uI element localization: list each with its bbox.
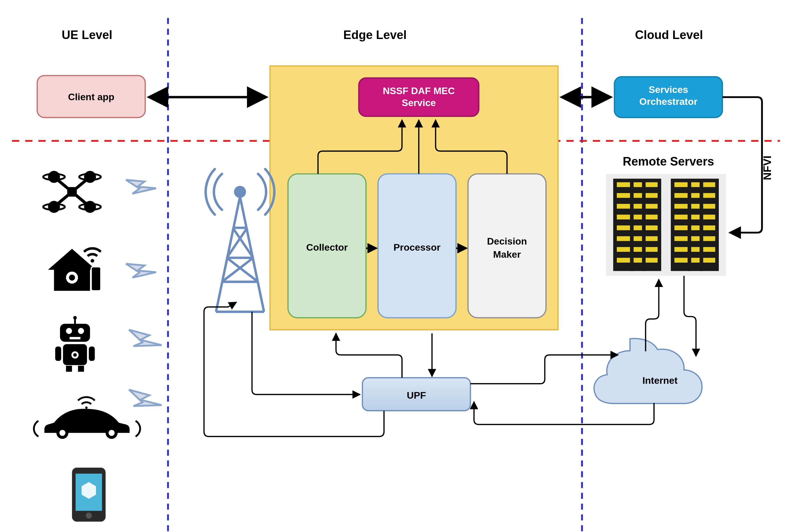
svg-rect-18 [617, 236, 658, 241]
svg-point-71 [86, 513, 92, 519]
svg-rect-15 [617, 204, 658, 209]
svg-rect-31 [687, 181, 691, 271]
orchestrator-label-1: Services [649, 84, 688, 95]
svg-rect-24 [675, 214, 715, 220]
server-rack-icon [606, 174, 726, 276]
svg-rect-60 [66, 366, 72, 372]
svg-rect-26 [675, 236, 715, 241]
drone-icon [43, 171, 101, 213]
svg-point-63 [73, 316, 77, 320]
remote-servers-title: Remote Servers [623, 155, 714, 168]
nssf-service-label-1: NSSF DAF MEC [383, 86, 455, 96]
svg-rect-16 [617, 214, 658, 220]
svg-rect-22 [675, 193, 715, 198]
services-orchestrator-node: Services Orchestrator Services Orchestra… [614, 77, 722, 117]
arrow-orchestrator-servers [722, 97, 762, 233]
wireless-signal-icon [123, 325, 163, 358]
wireless-signal-icon [122, 260, 157, 285]
internet-label: Internet [642, 375, 678, 386]
svg-rect-49 [91, 267, 101, 291]
svg-rect-19 [617, 247, 658, 252]
svg-rect-13 [617, 183, 658, 187]
svg-rect-11 [613, 179, 661, 271]
edge-level-title: Edge Level [343, 28, 407, 41]
svg-rect-29 [630, 181, 634, 271]
architecture-diagram: UE Level Edge Level Cloud Level Client a… [0, 0, 792, 532]
wireless-signal-icon [122, 175, 157, 201]
processor-label: Processor [393, 242, 440, 252]
ue-level-title: UE Level [62, 28, 112, 41]
ue-devices [34, 171, 163, 522]
svg-rect-17 [617, 226, 658, 230]
svg-point-68 [109, 430, 115, 436]
wireless-signal-icon [123, 385, 163, 418]
collector-label: Collector [306, 242, 348, 252]
svg-point-64 [85, 406, 88, 409]
svg-rect-23 [675, 204, 715, 209]
smartphone-icon [72, 468, 106, 521]
svg-rect-61 [78, 366, 84, 372]
arrow-upf-edge-up [336, 333, 402, 378]
arrow-upf-internet [471, 355, 618, 384]
client-app-label: Client app [68, 91, 114, 102]
robot-icon [55, 316, 95, 372]
arrow-internet-upf [474, 402, 654, 424]
svg-point-48 [69, 274, 75, 281]
client-app-node: Client app [37, 76, 145, 117]
svg-rect-20 [617, 258, 658, 263]
svg-point-50 [91, 259, 94, 263]
svg-rect-59 [89, 346, 95, 361]
collector-node: Collector [288, 174, 366, 318]
nssf-service-label-2: Service [402, 97, 436, 108]
upf-node: UPF [362, 378, 471, 411]
nssf-service-node: NSSF DAF MEC Service NSSF DAF MEC Servic… [359, 78, 479, 116]
svg-rect-30 [642, 181, 646, 271]
svg-point-33 [235, 187, 245, 196]
svg-rect-58 [55, 346, 61, 361]
svg-point-66 [59, 430, 66, 436]
cloud-level-title: Cloud Level [635, 28, 703, 41]
svg-rect-14 [617, 193, 658, 198]
internet-node: Internet [594, 338, 702, 403]
svg-rect-12 [671, 179, 719, 271]
decision-maker-node: Decision Maker Decision Maker [468, 174, 546, 318]
nfvi-label: NFVI [761, 155, 773, 180]
svg-rect-21 [675, 183, 715, 187]
svg-point-53 [78, 328, 84, 334]
decision-maker-label-2: Maker [493, 249, 521, 260]
arrow-servers-internet [684, 276, 696, 356]
orchestrator-label-2: Orchestrator [639, 96, 697, 107]
svg-rect-28 [675, 258, 715, 263]
upf-label: UPF [407, 390, 426, 401]
svg-point-57 [73, 353, 77, 357]
smart-home-icon [48, 248, 101, 291]
connected-car-icon [34, 397, 140, 439]
svg-rect-25 [675, 226, 715, 230]
processor-node: Processor [378, 174, 456, 318]
cell-tower-icon [206, 169, 275, 311]
svg-rect-54 [70, 337, 80, 339]
svg-rect-32 [700, 181, 703, 271]
svg-rect-27 [675, 247, 715, 252]
decision-maker-label-1: Decision [487, 236, 527, 247]
svg-point-52 [66, 328, 72, 334]
